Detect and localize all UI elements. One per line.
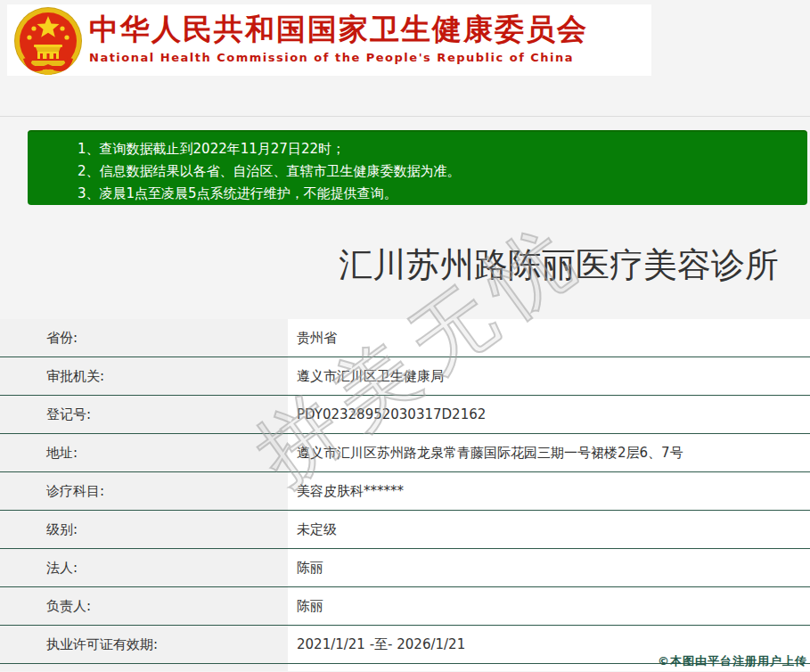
table-row-level: 级别: 未定级 <box>0 511 810 549</box>
notice-line-2: 2、信息数据结果以各省、自治区、直辖市卫生健康委数据为准。 <box>78 160 798 183</box>
row-value: 美容皮肤科****** <box>288 472 810 510</box>
row-label: 登记号: <box>0 396 288 433</box>
row-value: 陈丽 <box>288 549 810 586</box>
row-label: 省份: <box>0 319 288 356</box>
row-value: 遵义市汇川区苏州路龙泉常青藤国际花园三期一号裙楼2层6、7号 <box>288 434 810 471</box>
table-row-address: 地址: 遵义市汇川区苏州路龙泉常青藤国际花园三期一号裙楼2层6、7号 <box>0 434 810 472</box>
header-divider <box>0 116 810 117</box>
row-label: 地址: <box>0 434 288 471</box>
table-row-registration-number: 登记号: PDY02328952030317D2162 <box>0 396 810 434</box>
row-label: 审批机关: <box>0 357 288 395</box>
row-label: 法人: <box>0 549 288 586</box>
table-row-legal-person: 法人: 陈丽 <box>0 549 810 587</box>
notice-line-3: 3、凌晨1点至凌晨5点系统进行维护，不能提供查询。 <box>78 183 798 205</box>
row-value: 未定级 <box>288 511 810 548</box>
table-row-person-in-charge: 负责人: 陈丽 <box>0 587 810 626</box>
institution-info-table: 省份: 贵州省 审批机关: 遵义市汇川区卫生健康局 登记号: PDY023289… <box>0 319 810 671</box>
table-row-province: 省份: 贵州省 <box>0 319 810 357</box>
table-row-medical-subjects: 诊疗科目: 美容皮肤科****** <box>0 472 810 511</box>
notice-box: 1、查询数据截止到2022年11月27日22时； 2、信息数据结果以各省、自治区… <box>28 130 807 205</box>
china-national-emblem-icon <box>12 5 84 80</box>
row-label: 负责人: <box>0 587 288 625</box>
row-value: PDY02328952030317D2162 <box>288 396 810 433</box>
row-label: 执业许可证有效期: <box>0 626 288 663</box>
institution-name-title: 汇川苏州路陈丽医疗美容诊所 <box>339 242 779 288</box>
row-value: 陈丽 <box>288 587 810 625</box>
commission-title-cn: 中华人民共和国国家卫生健康委员会 <box>89 12 588 47</box>
commission-title-en: National Health Commission of the People… <box>89 51 588 64</box>
row-value: 贵州省 <box>288 319 810 356</box>
upload-credit-text: ©本图由平台注册用户上传 <box>658 653 807 669</box>
row-label: 级别: <box>0 511 288 548</box>
site-header: 中华人民共和国国家卫生健康委员会 National Health Commiss… <box>7 4 651 76</box>
row-value: 遵义市汇川区卫生健康局 <box>288 357 810 395</box>
notice-line-1: 1、查询数据截止到2022年11月27日22时； <box>78 138 798 160</box>
row-label: 诊疗科目: <box>0 472 288 510</box>
table-row-approval-authority: 审批机关: 遵义市汇川区卫生健康局 <box>0 357 810 396</box>
